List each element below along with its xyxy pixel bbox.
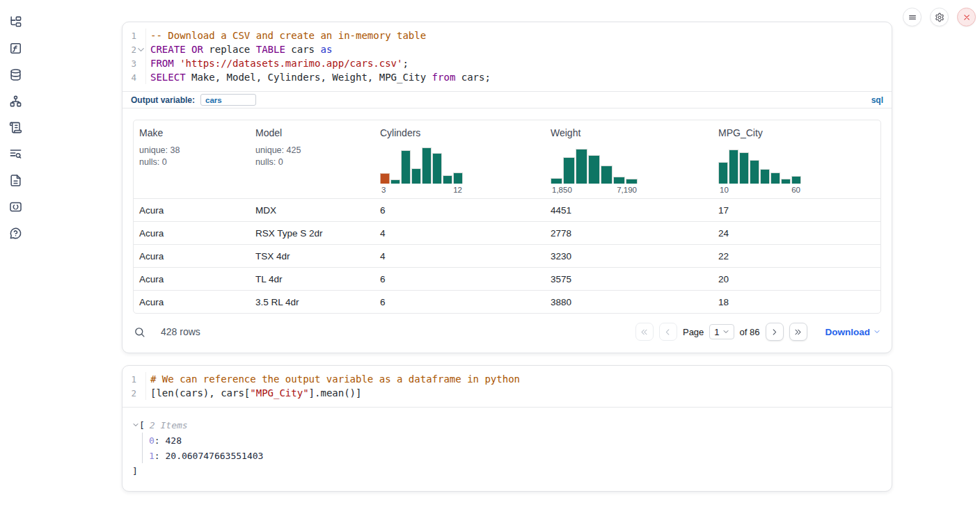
language-badge[interactable]: sql (871, 95, 883, 105)
tree-open-bracket: [ (139, 420, 145, 430)
table-cell: Acura (134, 228, 250, 239)
python-code-editor[interactable]: 1# We can reference the output variable … (122, 366, 892, 408)
tree-entry-value: 428 (165, 435, 181, 446)
token-plain: cars (285, 44, 321, 55)
page-select-value: 1 (714, 327, 719, 337)
output-variable-input[interactable] (200, 94, 256, 106)
table-cell: 6 (374, 297, 545, 307)
table-cell: 4 (374, 251, 545, 261)
data-table: Makeunique: 38nulls: 0Modelunique: 425nu… (133, 120, 881, 314)
table-cell: 2778 (545, 228, 713, 239)
column-header-label[interactable]: Cylinders (380, 127, 539, 138)
page-select[interactable]: 1 (709, 324, 734, 339)
chevrons-left-icon (640, 328, 649, 337)
code-line[interactable]: 2CREATE OR replace TABLE cars as (122, 42, 892, 56)
chevrons-right-icon (793, 328, 803, 337)
column-stats: unique: 425nulls: 0 (255, 145, 369, 168)
graph-icon (9, 95, 22, 108)
settings-button[interactable] (930, 8, 949, 26)
token-plain: Make, Model, Cylinders, Weight, MPG_City (186, 72, 432, 83)
prev-page-button[interactable] (659, 323, 677, 341)
tree-close-bracket: ] (132, 463, 882, 478)
weight-histogram[interactable] (551, 147, 707, 184)
code-line[interactable]: 3FROM 'https://datasets.marimo.app/cars.… (122, 56, 892, 70)
gutter: 1 (122, 372, 146, 386)
search-button[interactable] (134, 326, 145, 338)
table-cell: TL 4dr (250, 274, 374, 284)
table-cell: RSX Type S 2dr (250, 228, 374, 239)
sidebar-item-snippets[interactable] (6, 198, 24, 216)
column-cylinders: Cylinders312 (374, 120, 545, 198)
table-cell: Acura (134, 274, 250, 284)
first-page-button[interactable] (635, 323, 654, 341)
code-text: FROM 'https://datasets.marimo.app/cars.c… (146, 58, 409, 69)
table-cell: 20 (713, 274, 880, 284)
token-plain: ].mean()] (309, 387, 362, 399)
code-text: # We can reference the output variable a… (146, 373, 520, 385)
last-page-button[interactable] (789, 323, 807, 341)
chevron-down-icon (722, 328, 729, 335)
histogram-bar (576, 149, 587, 184)
stat-line: nulls: 0 (139, 156, 244, 168)
file-text-icon (9, 174, 22, 187)
sidebar-item-datasources[interactable] (6, 65, 24, 83)
column-header-label[interactable]: Weight (551, 127, 707, 138)
table-cell: TSX 4dr (250, 251, 374, 261)
table-row: AcuraTSX 4dr4323022 (134, 244, 880, 267)
mpg_city-histogram[interactable] (718, 147, 875, 184)
histogram-bar (791, 176, 801, 184)
stat-line: unique: 425 (255, 145, 369, 156)
sql-cell: 1-- Download a CSV and create an in-memo… (122, 22, 892, 353)
next-page-button[interactable] (766, 323, 784, 341)
table-cell: 3575 (545, 274, 713, 284)
sidebar-item-dependency-graph[interactable] (6, 92, 24, 110)
close-button[interactable] (957, 8, 976, 26)
column-header-label[interactable]: MPG_City (718, 127, 875, 138)
table-cell: 17 (713, 205, 880, 216)
histogram-bar (563, 157, 575, 184)
line-number: 1 (122, 374, 136, 385)
histogram-bar (453, 172, 463, 184)
search-icon (134, 326, 145, 338)
table-cell: 3880 (545, 297, 713, 307)
sql-code-editor[interactable]: 1-- Download a CSV and create an in-memo… (122, 22, 892, 91)
sidebar-item-logs[interactable] (6, 145, 24, 163)
x-icon (962, 13, 972, 22)
code-line[interactable]: 1# We can reference the output variable … (122, 372, 892, 386)
code-line[interactable]: 1-- Download a CSV and create an in-memo… (122, 29, 892, 42)
cylinders-histogram[interactable] (380, 147, 539, 184)
histogram-bar (380, 173, 390, 184)
output-variable-row: Output variable: sql (122, 91, 892, 108)
table-row: AcuraMDX6445117 (134, 198, 880, 221)
column-header-label[interactable]: Model (255, 127, 369, 138)
code-line[interactable]: 2[len(cars), cars["MPG_City"].mean()] (122, 386, 892, 400)
line-number: 2 (122, 388, 136, 399)
histogram-bar (770, 172, 780, 184)
code-text: CREATE OR replace TABLE cars as (146, 44, 332, 55)
table-cell: 22 (713, 251, 880, 261)
line-number: 4 (122, 72, 136, 83)
axis-min-label: 10 (720, 186, 729, 194)
sidebar-item-documentation[interactable] (6, 171, 24, 189)
table-cell: 4 (374, 228, 545, 239)
download-label: Download (825, 327, 871, 337)
sidebar-item-scratchpad[interactable] (6, 118, 24, 136)
token-plain: ; (402, 58, 408, 69)
sidebar-item-help[interactable] (6, 224, 24, 242)
histogram-bar (432, 153, 442, 184)
tree-items-count: 2 Items (150, 420, 188, 430)
sidebar-item-variables[interactable] (6, 39, 24, 57)
code-text: SELECT Make, Model, Cylinders, Weight, M… (146, 72, 491, 83)
fold-chevron-icon[interactable] (136, 45, 145, 54)
tree-entry-key: 1 (149, 451, 155, 461)
token-plain: cars; (455, 72, 491, 83)
menu-button[interactable] (903, 8, 922, 26)
tree-collapse-chevron-icon[interactable] (132, 421, 139, 428)
code-line[interactable]: 4SELECT Make, Model, Cylinders, Weight, … (122, 70, 892, 84)
histogram-axis-labels: 1,8507,190 (551, 186, 638, 194)
download-button[interactable]: Download (825, 327, 881, 337)
histogram-bar (601, 166, 612, 184)
tree-root-row: [2 Items (132, 417, 882, 433)
column-header-label[interactable]: Make (139, 127, 244, 138)
sidebar-item-file-explorer[interactable] (6, 13, 24, 31)
